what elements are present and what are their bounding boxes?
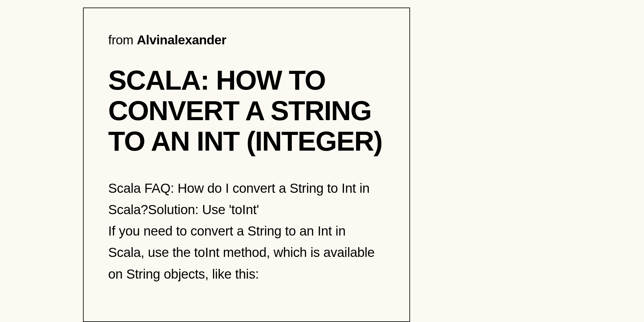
article-card: from Alvinalexander SCALA: HOW TO CONVER… bbox=[83, 8, 410, 322]
source-prefix: from bbox=[108, 33, 137, 47]
article-title: SCALA: HOW TO CONVERT A STRING TO AN INT… bbox=[108, 65, 385, 156]
source-line: from Alvinalexander bbox=[108, 33, 385, 47]
body-paragraph-2: If you need to convert a String to an In… bbox=[108, 220, 385, 285]
source-author: Alvinalexander bbox=[137, 33, 226, 47]
body-paragraph-1: Scala FAQ: How do I convert a String to … bbox=[108, 178, 385, 220]
article-body: Scala FAQ: How do I convert a String to … bbox=[108, 178, 385, 285]
